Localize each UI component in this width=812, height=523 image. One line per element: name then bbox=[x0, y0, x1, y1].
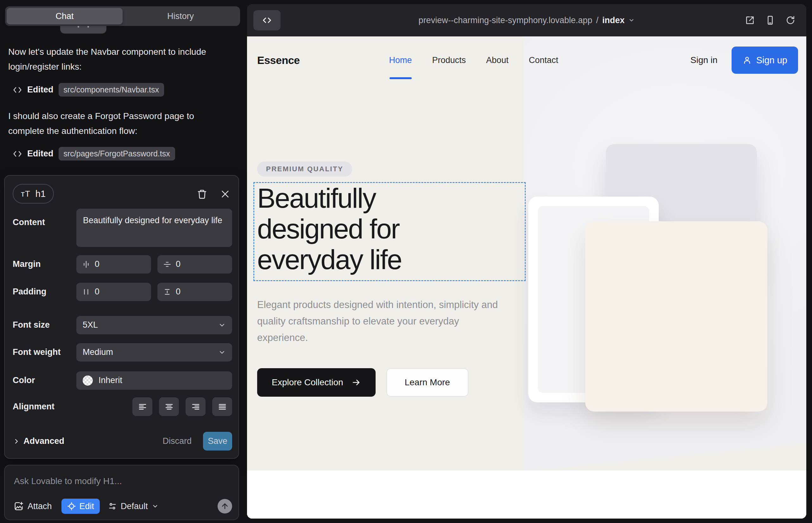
trash-icon bbox=[197, 189, 207, 199]
element-tag-label: h1 bbox=[35, 189, 46, 199]
chevron-right-icon bbox=[13, 437, 20, 445]
chat-message: Now let's update the Navbar component to… bbox=[8, 44, 232, 74]
scrolled-chip-peek bbox=[60, 25, 106, 34]
open-in-new-tab-button[interactable] bbox=[745, 15, 755, 25]
url-host: preview--charming-site-symphony.lovable.… bbox=[419, 16, 593, 25]
content-textarea[interactable]: Beautifully designed for everyday life bbox=[76, 209, 232, 247]
chevron-down-icon bbox=[218, 348, 226, 356]
dot bbox=[87, 26, 89, 28]
code-icon bbox=[13, 149, 22, 159]
margin-x-input[interactable]: 0 bbox=[76, 255, 151, 273]
attach-button[interactable]: Attach bbox=[14, 502, 52, 511]
dot bbox=[77, 26, 79, 28]
discard-button[interactable]: Discard bbox=[162, 436, 192, 446]
chat-message: I should also create a Forgot Password p… bbox=[8, 109, 232, 138]
refresh-icon bbox=[785, 15, 796, 25]
edited-file-row[interactable]: Edited src/components/Navbar.tsx bbox=[13, 83, 164, 96]
margin-label: Margin bbox=[13, 259, 41, 269]
close-editor-button[interactable] bbox=[218, 187, 232, 201]
padding-horizontal-icon bbox=[82, 288, 90, 296]
edit-mode-button[interactable]: Edit bbox=[61, 499, 100, 514]
align-right-icon bbox=[191, 402, 200, 412]
margin-horizontal-icon bbox=[82, 260, 90, 269]
file-chip[interactable]: src/pages/ForgotPassword.tsx bbox=[58, 147, 175, 161]
nav-link-contact[interactable]: Contact bbox=[529, 55, 558, 65]
site-navbar: Essence Home Products About Contact Sign… bbox=[247, 36, 806, 84]
external-link-icon bbox=[745, 15, 755, 25]
align-right-button[interactable] bbox=[186, 397, 206, 416]
color-select[interactable]: Inherit bbox=[76, 371, 232, 390]
url-breadcrumb[interactable]: preview--charming-site-symphony.lovable.… bbox=[247, 4, 806, 36]
align-left-button[interactable] bbox=[133, 397, 152, 416]
site-page: Essence Home Products About Contact Sign… bbox=[247, 36, 806, 519]
mode-select[interactable]: Default bbox=[108, 502, 159, 511]
font-weight-label: Font weight bbox=[13, 347, 60, 357]
preview-toolbar: preview--charming-site-symphony.lovable.… bbox=[247, 4, 806, 36]
alignment-label: Alignment bbox=[13, 402, 54, 412]
edited-label: Edited bbox=[27, 85, 54, 95]
target-icon bbox=[67, 502, 76, 511]
image-plus-icon bbox=[14, 502, 23, 511]
color-label: Color bbox=[13, 376, 35, 385]
align-left-icon bbox=[138, 402, 147, 412]
nav-link-about[interactable]: About bbox=[486, 55, 509, 65]
save-button[interactable]: Save bbox=[203, 432, 232, 451]
delete-element-button[interactable] bbox=[195, 187, 209, 201]
arrow-right-icon bbox=[352, 378, 361, 387]
padding-y-input[interactable]: 0 bbox=[157, 283, 232, 301]
hero-ctas: Explore Collection Learn More bbox=[257, 368, 469, 397]
arrow-up-icon bbox=[221, 502, 229, 510]
element-editor-panel: тT h1 Content Beautifully designed for e… bbox=[4, 175, 239, 459]
url-separator: / bbox=[596, 16, 599, 25]
code-icon bbox=[13, 85, 22, 95]
advanced-toggle[interactable]: Advanced bbox=[13, 436, 64, 446]
learn-more-button[interactable]: Learn More bbox=[386, 368, 469, 397]
send-button[interactable] bbox=[217, 499, 232, 513]
element-tag-badge: тT h1 bbox=[13, 184, 54, 203]
close-icon bbox=[220, 189, 230, 199]
preview-window: preview--charming-site-symphony.lovable.… bbox=[247, 4, 806, 519]
user-icon bbox=[742, 55, 752, 65]
file-chip[interactable]: src/components/Navbar.tsx bbox=[58, 83, 164, 96]
composer-input[interactable]: Ask Lovable to modify H1... bbox=[14, 476, 122, 486]
edited-label: Edited bbox=[27, 149, 54, 159]
sliders-icon bbox=[108, 502, 117, 511]
sign-up-button[interactable]: Sign up bbox=[731, 47, 798, 74]
nav-link-home[interactable]: Home bbox=[389, 55, 412, 65]
tab-chat[interactable]: Chat bbox=[7, 8, 123, 24]
align-center-icon bbox=[164, 402, 174, 412]
refresh-button[interactable] bbox=[785, 15, 796, 25]
nav-link-products[interactable]: Products bbox=[432, 55, 466, 65]
chevron-down-icon bbox=[152, 503, 159, 510]
sign-in-link[interactable]: Sign in bbox=[690, 55, 718, 65]
font-size-select[interactable]: 5XL bbox=[76, 316, 232, 334]
edited-file-row[interactable]: Edited src/pages/ForgotPassword.tsx bbox=[13, 147, 175, 161]
site-logo[interactable]: Essence bbox=[257, 54, 300, 67]
hero-description: Elegant products designed with intention… bbox=[257, 296, 511, 346]
align-justify-button[interactable] bbox=[212, 397, 232, 416]
hero-heading[interactable]: Beautifully designed for everyday life bbox=[257, 183, 402, 275]
chevron-down-icon bbox=[218, 321, 226, 329]
explore-collection-button[interactable]: Explore Collection bbox=[257, 368, 376, 397]
margin-y-input[interactable]: 0 bbox=[157, 255, 232, 273]
decor-card-cream bbox=[585, 221, 767, 412]
padding-x-input[interactable]: 0 bbox=[76, 283, 151, 301]
chat-composer: Ask Lovable to modify H1... Attach Edit … bbox=[4, 465, 239, 520]
align-center-button[interactable] bbox=[159, 397, 179, 416]
mobile-view-button[interactable] bbox=[765, 15, 775, 25]
nav-auth: Sign in Sign up bbox=[690, 47, 798, 74]
next-section bbox=[247, 470, 806, 519]
premium-quality-badge: PREMIUM QUALITY bbox=[257, 161, 352, 177]
margin-vertical-icon bbox=[163, 260, 171, 269]
tab-history[interactable]: History bbox=[123, 8, 239, 24]
chevron-down-icon bbox=[628, 17, 635, 23]
preview-actions bbox=[745, 4, 796, 36]
type-icon: тT bbox=[21, 189, 30, 199]
nav-links: Home Products About Contact bbox=[389, 55, 558, 65]
diagonal-wedge bbox=[524, 443, 806, 470]
font-weight-select[interactable]: Medium bbox=[76, 343, 232, 362]
padding-label: Padding bbox=[13, 287, 47, 296]
app: Chat History Now let's update the Navbar… bbox=[0, 0, 812, 523]
hero-section: Essence Home Products About Contact Sign… bbox=[247, 36, 806, 470]
content-label: Content bbox=[13, 217, 45, 227]
